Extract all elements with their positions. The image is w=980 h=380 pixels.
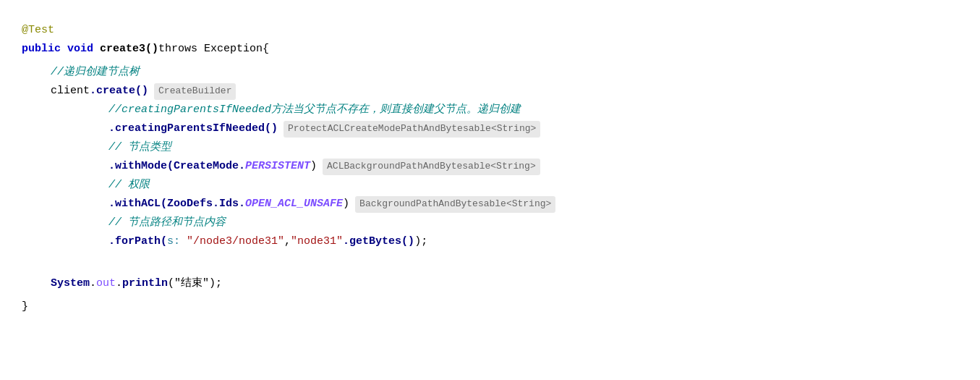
line-comment5: // 节点路径和节点内容 [22,214,958,233]
hint-protect-acl: ProtectACLCreateModePathAndBytesable<Str… [284,121,540,138]
println-method: println [122,275,168,292]
line-comment3: // 节点类型 [22,139,958,158]
method-name-create3: create3() [100,41,158,58]
dot1: . [90,275,96,292]
keyword-void: void [61,41,100,58]
println-arg: ("结束"); [168,275,222,292]
forpath-end: ); [414,233,427,250]
comment-node-type: // 节点类型 [108,139,171,156]
string-node31: "node31" [291,233,343,250]
method-creating-parents: .creatingParentsIfNeeded() [108,120,278,138]
annotation-test: @Test [22,22,54,39]
line-method-signature: public void create3() throws Exception{ [22,41,958,59]
hint-background-path: BackgroundPathAndBytesable<String> [355,196,555,213]
line-forpath: .forPath( s: "/node3/node31" , "node31" … [22,233,958,252]
string-path: "/node3/node31" [180,233,284,250]
dot2: . [116,275,122,292]
comma: , [284,233,291,250]
close-paren-withmode: ) [310,158,317,175]
line-system-println: System . out . println ("结束"); [22,275,958,294]
dot-create: .create() [90,83,148,100]
line-client-create: client .create() CreateBuilder [22,83,958,101]
line-comment4: // 权限 [22,177,958,195]
line-closing-brace: } [22,298,958,317]
hint-create-builder: CreateBuilder [154,83,236,100]
line-creating-parents: .creatingParentsIfNeeded() ProtectACLCre… [22,120,958,139]
method-getbytes: .getBytes() [343,233,414,250]
code-editor: @Test public void create3() throws Excep… [22,14,958,324]
line-annotation: @Test [22,22,958,41]
constant-open-acl: OPEN_ACL_UNSAFE [245,195,343,213]
closing-brace: } [22,298,28,316]
out-field: out [96,275,116,292]
close-paren-withacl: ) [343,195,349,213]
method-withacl: .withACL(ZooDefs.Ids. [108,195,245,213]
line-comment2: //creatingParentsIfNeeded方法当父节点不存在，则直接创建… [22,101,958,120]
constant-persistent: PERSISTENT [245,158,310,175]
keyword-public: public [22,41,61,58]
comment-path-content: // 节点路径和节点内容 [108,214,226,232]
system-class: System [51,275,90,292]
comment-recursive-create: //递归创建节点树 [51,64,140,81]
keyword-throws: throws [158,41,197,58]
comment-creating-parents: //creatingParentsIfNeeded方法当父节点不存在，则直接创建… [108,101,521,119]
method-withmode: .withMode(CreateMode. [108,158,245,175]
exception-text: Exception{ [197,41,269,58]
comment-permission: // 权限 [108,177,150,194]
blank-line [22,256,958,275]
method-forpath: .forPath( [108,233,167,250]
line-comment1: //递归创建节点树 [22,64,958,83]
param-label-s: s: [167,233,180,250]
hint-acl-background: ACLBackgroundPathAndBytesable<String> [323,159,540,175]
line-withmode: .withMode(CreateMode. PERSISTENT ) ACLBa… [22,158,958,177]
client-ref: client [51,83,90,100]
line-withacl: .withACL(ZooDefs.Ids. OPEN_ACL_UNSAFE ) … [22,195,958,214]
